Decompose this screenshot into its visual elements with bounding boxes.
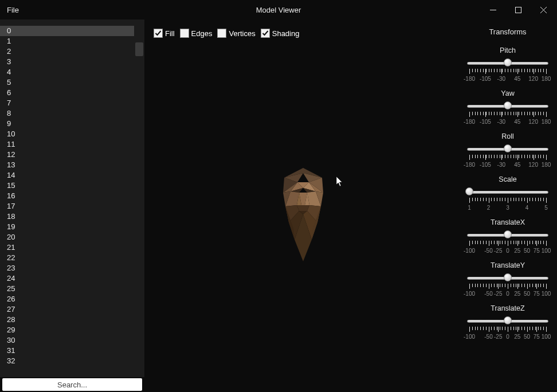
checkbox-box (180, 29, 189, 38)
slider-thumb[interactable] (465, 187, 473, 195)
list-item[interactable]: 32 (0, 356, 134, 366)
slider-tick-labels: -180-105-3045120180 (467, 162, 548, 170)
list-item[interactable]: 3 (0, 57, 134, 67)
list-item[interactable]: 25 (0, 284, 134, 294)
slider-thumb[interactable] (504, 230, 512, 238)
slider-track[interactable] (467, 60, 548, 69)
window-title: Model Viewer (0, 6, 557, 14)
slider-track[interactable] (467, 146, 548, 155)
checkbox-label: Shading (272, 29, 300, 38)
panel-title: Transforms (489, 28, 526, 36)
list-item[interactable]: 28 (0, 315, 134, 325)
slider-thumb[interactable] (504, 144, 512, 152)
slider-tick-labels: -100-50-250255075100 (467, 291, 548, 299)
vertices-checkbox[interactable]: Vertices (217, 29, 255, 38)
slider-thumb[interactable] (504, 316, 512, 324)
slider-label: Pitch (500, 46, 516, 54)
checkbox-label: Fill (165, 29, 175, 38)
render-options: Fill Edges Vertices Shading (154, 29, 303, 38)
search-input[interactable] (2, 378, 142, 391)
slider-label: Roll (501, 132, 514, 140)
list-item[interactable]: 16 (0, 191, 134, 201)
maximize-button[interactable] (505, 0, 531, 19)
slider-label: TranslateY (491, 261, 525, 269)
list-item[interactable]: 18 (0, 211, 134, 222)
list-item[interactable]: 24 (0, 273, 134, 284)
svg-rect-0 (515, 7, 521, 13)
checkbox-box (261, 29, 270, 38)
slider-track[interactable] (467, 318, 548, 327)
list-item[interactable]: 31 (0, 346, 134, 356)
list-item[interactable]: 30 (0, 335, 134, 346)
file-menu[interactable]: File (0, 1, 26, 19)
viewport[interactable]: Fill Edges Vertices Shading (144, 19, 458, 392)
scale-slider-group: Scale12345 (464, 175, 551, 213)
slider-label: Scale (499, 175, 516, 183)
slider-tick-labels: 12345 (467, 205, 548, 213)
list-item[interactable]: 29 (0, 325, 134, 335)
list-item[interactable]: 0 (0, 26, 134, 36)
fill-checkbox[interactable]: Fill (154, 29, 175, 38)
mouse-cursor-icon (336, 177, 344, 187)
slider-track[interactable] (467, 275, 548, 284)
minimize-button[interactable] (480, 0, 505, 19)
shading-checkbox[interactable]: Shading (261, 29, 300, 38)
list-item[interactable]: 1 (0, 36, 134, 46)
list-item[interactable]: 20 (0, 232, 134, 242)
list-item[interactable]: 7 (0, 98, 134, 108)
model-list[interactable]: 0123456789101112131415161718192021222324… (0, 19, 144, 377)
list-item[interactable]: 5 (0, 77, 134, 88)
list-item[interactable]: 13 (0, 160, 134, 170)
model-render (272, 165, 335, 270)
list-item[interactable]: 10 (0, 129, 134, 139)
yaw-slider-group: Yaw-180-105-3045120180 (464, 89, 551, 127)
slider-thumb[interactable] (504, 273, 512, 281)
minimize-icon (490, 7, 496, 13)
list-item[interactable]: 14 (0, 170, 134, 181)
slider-tick-labels: -100-50-250255075100 (467, 248, 548, 256)
translatey-slider-group: TranslateY-100-50-250255075100 (464, 261, 551, 299)
search-wrap (0, 377, 144, 392)
maximize-icon (515, 7, 521, 13)
list-item[interactable]: 2 (0, 46, 134, 57)
roll-slider-group: Roll-180-105-3045120180 (464, 132, 551, 170)
slider-thumb[interactable] (504, 58, 512, 66)
slider-track[interactable] (467, 232, 548, 241)
checkbox-box (217, 29, 226, 38)
list-item[interactable]: 15 (0, 181, 134, 191)
translatex-slider-group: TranslateX-100-50-250255075100 (464, 218, 551, 256)
slider-track[interactable] (467, 103, 548, 112)
list-item[interactable]: 17 (0, 201, 134, 211)
list-item[interactable]: 12 (0, 150, 134, 160)
slider-label: TranslateX (491, 218, 525, 226)
list-item[interactable]: 4 (0, 67, 134, 77)
list-item[interactable]: 9 (0, 119, 134, 129)
list-item[interactable]: 6 (0, 88, 134, 98)
list-item[interactable]: 22 (0, 253, 134, 263)
slider-label: Yaw (501, 89, 514, 97)
close-button[interactable] (531, 0, 556, 19)
svg-marker-1 (284, 168, 322, 178)
checkbox-label: Vertices (229, 29, 255, 38)
scrollbar-thumb[interactable] (135, 42, 143, 56)
slider-thumb[interactable] (504, 101, 512, 109)
checkbox-box (154, 29, 163, 38)
titlebar: File Model Viewer (0, 0, 557, 19)
close-icon (540, 7, 547, 13)
list-item[interactable]: 23 (0, 263, 134, 273)
list-item[interactable]: 27 (0, 304, 134, 315)
slider-tick-labels: -180-105-3045120180 (467, 76, 548, 84)
model-list-sidebar: 0123456789101112131415161718192021222324… (0, 19, 144, 392)
checkbox-label: Edges (191, 29, 213, 38)
pitch-slider-group: Pitch-180-105-3045120180 (464, 46, 551, 84)
list-item[interactable]: 11 (0, 139, 134, 150)
main: 0123456789101112131415161718192021222324… (0, 19, 557, 392)
transforms-panel: Transforms Pitch-180-105-3045120180 Yaw-… (458, 19, 557, 392)
list-item[interactable]: 8 (0, 108, 134, 119)
edges-checkbox[interactable]: Edges (180, 29, 213, 38)
list-item[interactable]: 19 (0, 222, 134, 232)
slider-track[interactable] (467, 189, 548, 198)
list-item[interactable]: 26 (0, 294, 134, 304)
list-item[interactable]: 21 (0, 242, 134, 253)
slider-tick-labels: -180-105-3045120180 (467, 119, 548, 127)
